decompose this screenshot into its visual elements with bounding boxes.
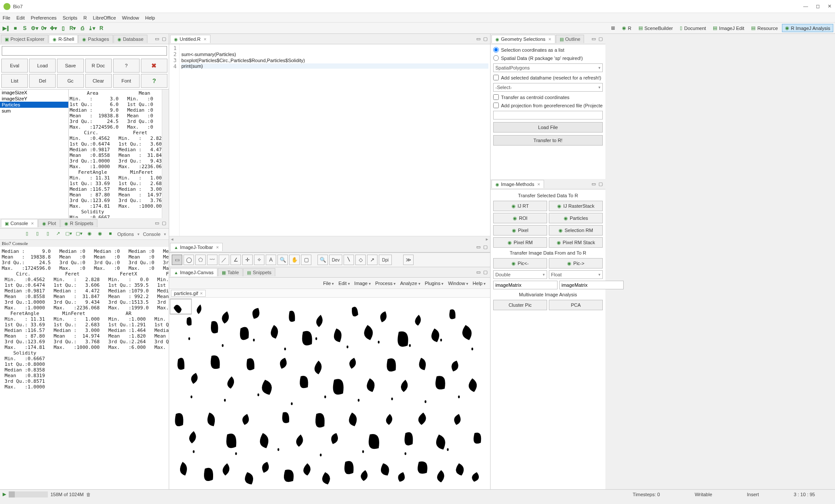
memory-meter[interactable] — [9, 491, 48, 497]
matrix-to-input[interactable] — [559, 281, 624, 289]
folder-icon[interactable]: ▢▾ — [76, 231, 83, 238]
tab-project-explorer[interactable]: ▣Project Explorer — [1, 35, 48, 43]
menu-edit[interactable]: Edit — [17, 15, 25, 20]
angle-tool-icon[interactable]: ∠ — [230, 255, 241, 265]
close-icon[interactable]: × — [204, 36, 206, 42]
pixel-button[interactable]: ◉Pixel — [493, 225, 547, 235]
tab-imagej-canvas[interactable]: ▲ImageJ-Canvas — [170, 268, 217, 276]
selection-rm-button[interactable]: ◉Selection RM — [549, 225, 603, 235]
close-button[interactable]: ✕ — [828, 3, 832, 9]
perspective-resource[interactable]: ▤Resource — [748, 24, 781, 32]
new-doc-icon[interactable]: ▯ — [59, 24, 67, 32]
r-icon[interactable]: ◉ — [97, 231, 104, 238]
brush-tool-icon[interactable]: 〵 — [344, 255, 354, 265]
minimize-view-icon[interactable]: ▭ — [155, 220, 159, 226]
canvas-menu-edit[interactable]: Edit — [338, 281, 350, 286]
maximize-view-icon[interactable]: ▢ — [598, 36, 603, 42]
menu-scripts[interactable]: Scripts — [63, 15, 77, 20]
particle-image-canvas[interactable] — [169, 298, 490, 489]
dpi-tool-icon[interactable]: Dpi — [379, 255, 392, 265]
ij-rasterstack-button[interactable]: ◉IJ RasterStack — [549, 201, 603, 211]
variable-list[interactable]: imageSizeX imageSizeY Particles sum — [0, 90, 69, 218]
menu-libreoffice[interactable]: LibreOffice — [93, 15, 116, 20]
clear-x-button[interactable]: ✖ — [141, 59, 167, 73]
perspective-switcher-icon[interactable]: ⊞ — [608, 24, 618, 32]
var-item[interactable]: sum — [0, 108, 68, 114]
image-tab[interactable]: particles.gif× — [171, 290, 206, 297]
arrow-tool-icon[interactable]: ↗ — [367, 255, 377, 265]
canvas-menu-analyze[interactable]: Analyze — [400, 281, 421, 286]
font-button[interactable]: Font — [113, 74, 140, 88]
chk-centroid[interactable] — [493, 94, 499, 100]
line-tool-icon[interactable]: ／ — [219, 255, 229, 265]
point-tool-icon[interactable]: ✛ — [242, 255, 253, 265]
tab-database[interactable]: ◉Database — [114, 35, 147, 43]
setup-icon[interactable]: S — [21, 24, 29, 32]
pixel-rm-button[interactable]: ◉Pixel RM — [493, 237, 547, 248]
var-item[interactable]: imageSizeX — [0, 90, 68, 96]
stop-icon[interactable]: ■ — [11, 24, 19, 32]
perspective-imagej-edit[interactable]: ▤ImageJ Edit — [710, 24, 747, 32]
eval-button[interactable]: Eval — [1, 59, 28, 73]
freehand-tool-icon[interactable]: 〰 — [207, 255, 217, 265]
console-icon[interactable]: ▯ — [23, 231, 30, 238]
dataframe-select[interactable]: -Select- — [493, 83, 603, 92]
spatial-type-select[interactable]: SpatialPolygons — [493, 63, 603, 72]
minimize-button[interactable]: — — [803, 3, 808, 9]
close-icon[interactable]: × — [31, 221, 33, 226]
more-tools-icon[interactable]: ≫ — [403, 255, 414, 265]
magnify-icon[interactable]: 🔍 — [317, 255, 328, 265]
projection-input[interactable] — [493, 111, 603, 119]
oval-tool-icon[interactable]: ◯ — [184, 255, 194, 265]
polygon-tool-icon[interactable]: ⬠ — [195, 255, 206, 265]
run-icon[interactable]: ▶ — [3, 491, 6, 497]
var-item[interactable]: imageSizeY — [0, 96, 68, 102]
tab-r-snippets[interactable]: ◉R Snippets — [60, 219, 97, 227]
console-dropdown[interactable]: Console — [143, 232, 160, 237]
tab-console[interactable]: ▣Console× — [1, 219, 38, 227]
minimize-view-icon[interactable]: ▭ — [591, 181, 596, 187]
perspective-r-imagej-analysis[interactable]: ◉R ImageJ Analysis — [782, 24, 833, 32]
canvas-menu-image[interactable]: Image — [354, 281, 371, 286]
console-icon[interactable]: ▯ — [34, 231, 41, 238]
radio-spatial-data[interactable] — [493, 55, 499, 61]
matrix-from-input[interactable] — [493, 281, 558, 289]
type-from-select[interactable]: Double — [493, 270, 547, 279]
canvas-menu-plugins[interactable]: Plugins — [425, 281, 444, 286]
minimize-view-icon[interactable]: ▭ — [476, 244, 481, 250]
radio-selection-list[interactable] — [493, 47, 499, 53]
clear-icon[interactable]: ▢▾ — [65, 231, 72, 238]
export-icon[interactable]: ↗ — [55, 231, 62, 238]
menu-window[interactable]: Window — [122, 15, 139, 20]
clover-icon[interactable]: ✤▾ — [50, 24, 57, 32]
menu-file[interactable]: File — [3, 15, 10, 20]
canvas-menu-help[interactable]: Help — [473, 281, 486, 286]
tab-r-shell[interactable]: ◉R-Shell — [49, 35, 78, 43]
del-button[interactable]: Del — [29, 74, 56, 88]
code-editor[interactable]: 1234 sum<-summary(Particles) boxplot(Par… — [169, 44, 490, 236]
maximize-view-icon[interactable]: ▢ — [483, 244, 488, 250]
stop-icon[interactable]: ■ — [107, 231, 114, 238]
pixel-rm-stack-button[interactable]: ◉Pixel RM Stack — [549, 237, 603, 248]
list-button[interactable]: List — [1, 74, 28, 88]
tab-image-methods[interactable]: ◉Image-Methods× — [491, 180, 544, 188]
perspective-document[interactable]: ▯Document — [677, 24, 709, 32]
tab-snippets[interactable]: ▤Snippets — [243, 268, 275, 276]
minimize-view-icon[interactable]: ▭ — [476, 36, 481, 42]
print-icon[interactable]: ⎙ — [78, 24, 86, 32]
perspective-r[interactable]: ◉R — [619, 24, 635, 32]
r-run-icon[interactable]: R▾ — [69, 24, 77, 32]
counter-icon[interactable]: 0▾ — [40, 24, 48, 32]
trash-icon[interactable]: 🗑 — [86, 492, 91, 497]
rectangle-tool-icon[interactable]: ▭ — [172, 255, 182, 265]
r-icon[interactable]: ◉ — [86, 231, 93, 238]
tab-imagej-toolbar[interactable]: ▲ImageJ-Toolbar× — [170, 243, 223, 251]
maximize-view-icon[interactable]: ▢ — [162, 36, 166, 42]
question-button[interactable]: ? — [113, 59, 140, 73]
close-icon[interactable]: × — [548, 36, 551, 42]
menu-preferences[interactable]: Preferences — [31, 15, 57, 20]
menu-help[interactable]: Help — [145, 15, 155, 20]
perspective-scenebuilder[interactable]: ▤SceneBuilder — [635, 24, 676, 32]
rdoc-button[interactable]: R Doc — [85, 59, 112, 73]
minimize-view-icon[interactable]: ▭ — [155, 36, 159, 42]
